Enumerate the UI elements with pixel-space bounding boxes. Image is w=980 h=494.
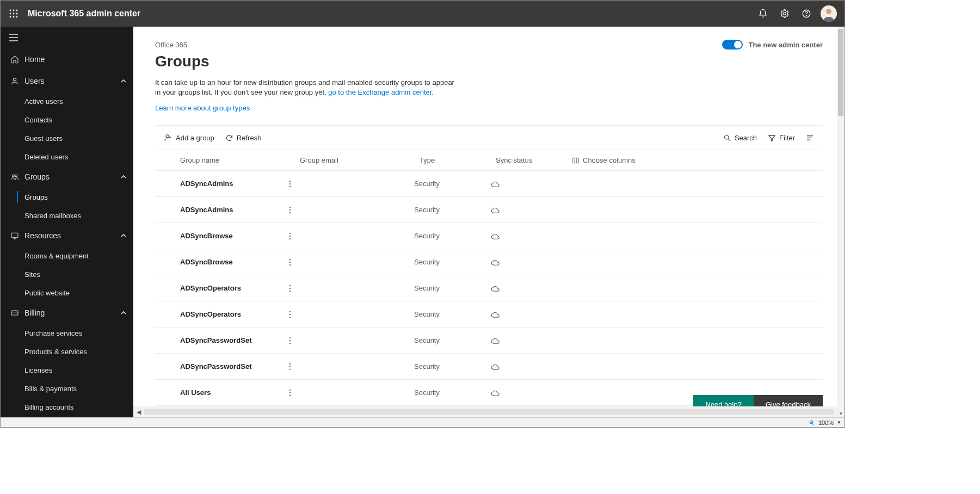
nav-users[interactable]: Users [1, 70, 133, 92]
page-title: Groups [155, 53, 823, 70]
svg-point-5 [16, 13, 18, 15]
nav-label: Users [24, 77, 45, 85]
user-icon [9, 77, 20, 85]
zoom-icon[interactable] [809, 419, 815, 426]
table-row[interactable]: ADSyncAdminsSecurity [155, 171, 823, 197]
row-more-icon[interactable] [289, 206, 291, 214]
svg-point-47 [289, 288, 291, 289]
svg-point-11 [806, 15, 806, 16]
sync-status-icon [490, 389, 577, 397]
new-admin-center-toggle[interactable] [722, 40, 743, 50]
group-name-cell: ADSyncPasswordSet [180, 336, 289, 344]
svg-point-44 [289, 262, 291, 263]
svg-point-60 [289, 395, 291, 396]
list-options-button[interactable] [800, 126, 819, 150]
svg-point-46 [289, 285, 291, 286]
col-sync-status[interactable]: Sync status [496, 156, 572, 164]
home-icon [9, 55, 20, 64]
learn-more-link[interactable]: Learn more about group types [155, 104, 250, 112]
svg-point-7 [13, 16, 15, 18]
svg-point-19 [15, 175, 17, 177]
nav-home[interactable]: Home [1, 48, 133, 70]
table-header: Group name Group email Type Sync status … [155, 150, 823, 171]
top-bar: Microsoft 365 admin center [1, 1, 845, 27]
filter-button[interactable]: Filter [762, 126, 800, 150]
notifications-icon[interactable] [752, 3, 774, 24]
sync-status-icon [490, 180, 577, 188]
nav-toggle-icon[interactable] [1, 27, 133, 48]
nav-resources[interactable]: Resources [1, 225, 133, 246]
row-more-icon[interactable] [289, 337, 291, 344]
group-name-cell: ADSyncBrowse [180, 232, 289, 240]
table-row[interactable]: ADSyncOperatorsSecurity [155, 275, 823, 301]
table-row[interactable]: ADSyncOperatorsSecurity [155, 301, 823, 328]
nav-public-website[interactable]: Public website [1, 283, 133, 302]
nav-billing[interactable]: Billing [1, 302, 133, 324]
nav-bills-payments[interactable]: Bills & payments [1, 379, 133, 398]
chevron-up-icon [120, 232, 127, 239]
nav-licenses[interactable]: Licenses [1, 361, 133, 379]
group-type-cell: Security [414, 362, 490, 370]
row-more-icon[interactable] [289, 232, 291, 240]
table-row[interactable]: ADSyncAdminsSecurity [155, 197, 823, 223]
resources-icon [9, 231, 20, 240]
settings-icon[interactable] [774, 3, 796, 24]
sidebar: Home Users Active users Contacts Guest u… [1, 27, 133, 417]
svg-rect-21 [11, 311, 18, 315]
svg-point-36 [289, 186, 291, 187]
col-group-email[interactable]: Group email [300, 156, 420, 164]
nav-contacts[interactable]: Contacts [1, 110, 133, 129]
table-row[interactable]: ADSyncPasswordSetSecurity [155, 354, 823, 380]
table-row[interactable]: ADSyncBrowseSecurity [155, 249, 823, 275]
nav-groups-groups[interactable]: Groups [1, 188, 133, 206]
add-group-button[interactable]: Add a group [158, 126, 220, 150]
row-more-icon[interactable] [289, 180, 291, 188]
horizontal-scrollbar[interactable]: ◀ ▶ [133, 406, 845, 417]
nav-payment-methods[interactable]: Payment methods [1, 416, 133, 417]
search-button[interactable]: Search [718, 126, 762, 150]
app-launcher-icon[interactable] [5, 5, 22, 22]
table-row[interactable]: ADSyncPasswordSetSecurity [155, 328, 823, 354]
row-more-icon[interactable] [289, 285, 291, 292]
svg-point-34 [289, 181, 291, 182]
svg-point-35 [289, 183, 291, 184]
col-type[interactable]: Type [420, 156, 496, 164]
nav-sites[interactable]: Sites [1, 265, 133, 283]
row-more-icon[interactable] [289, 389, 291, 397]
nav-billing-accounts[interactable]: Billing accounts [1, 398, 133, 416]
choose-columns-button[interactable]: Choose columns [572, 156, 670, 164]
svg-point-37 [289, 207, 291, 208]
scroll-left-icon[interactable]: ◀ [133, 409, 144, 416]
zoom-dropdown-icon[interactable]: ▼ [837, 420, 841, 425]
nav-rooms[interactable]: Rooms & equipment [1, 246, 133, 265]
group-type-cell: Security [414, 284, 490, 292]
svg-point-3 [10, 13, 11, 15]
nav-groups[interactable]: Groups [1, 166, 133, 188]
group-type-cell: Security [414, 180, 490, 188]
group-name-cell: ADSyncBrowse [180, 258, 289, 266]
nav-purchase-services[interactable]: Purchase services [1, 324, 133, 342]
nav-label: Resources [24, 231, 61, 240]
vertical-scrollbar[interactable]: ▴ ▾ [837, 27, 845, 417]
svg-point-55 [289, 363, 291, 365]
nav-deleted-users[interactable]: Deleted users [1, 147, 133, 166]
nav-guest-users[interactable]: Guest users [1, 129, 133, 147]
nav-products-services[interactable]: Products & services [1, 342, 133, 361]
row-more-icon[interactable] [289, 363, 291, 370]
table-row[interactable]: ADSyncBrowseSecurity [155, 223, 823, 249]
status-bar: 100% ▼ [1, 417, 845, 427]
nav-active-users[interactable]: Active users [1, 92, 133, 110]
exchange-admin-link[interactable]: go to the Exchange admin center. [328, 88, 434, 96]
svg-point-52 [289, 337, 291, 338]
refresh-button[interactable]: Refresh [220, 126, 267, 150]
row-more-icon[interactable] [289, 311, 291, 318]
user-avatar[interactable] [821, 5, 837, 22]
svg-point-6 [10, 16, 11, 18]
svg-point-25 [166, 135, 169, 138]
col-group-name[interactable]: Group name [180, 156, 300, 164]
filter-icon [768, 134, 776, 142]
row-more-icon[interactable] [289, 258, 291, 266]
nav-shared-mailboxes[interactable]: Shared mailboxes [1, 206, 133, 225]
svg-rect-20 [11, 233, 18, 237]
help-icon[interactable] [796, 3, 817, 24]
